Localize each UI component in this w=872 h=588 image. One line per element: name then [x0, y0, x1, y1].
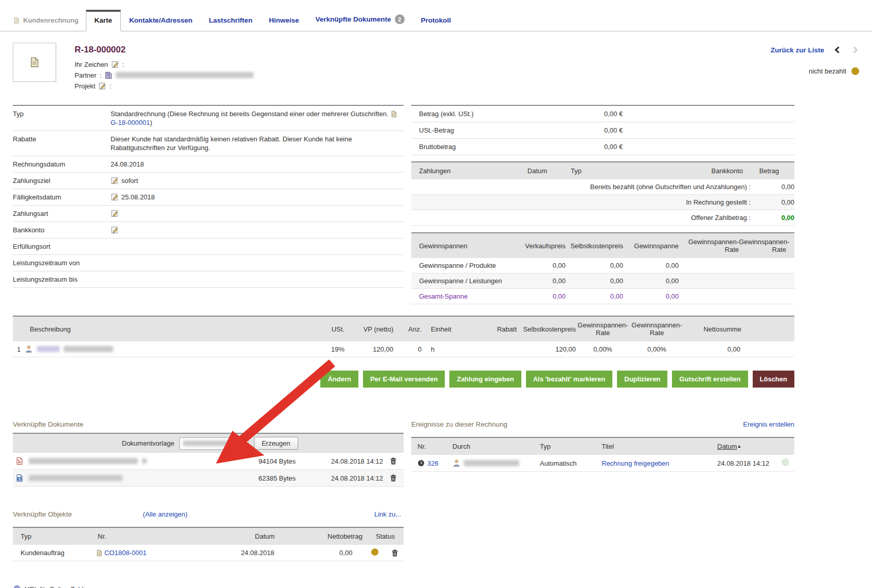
col-header: Typ: [571, 162, 638, 179]
event-type: Automatisch: [540, 456, 602, 471]
field-row-rechnungsdatum: Rechnungsdatum 24.08.2018: [13, 156, 404, 173]
event-number-link[interactable]: 326: [427, 460, 439, 467]
rechnungsdatum-value: 24.08.2018: [111, 160, 144, 169]
col-header: Typ: [540, 438, 602, 455]
tab-kontakte-adressen[interactable]: Kontakte/Adressen: [121, 10, 201, 31]
field-label: Rabatte: [13, 135, 111, 152]
amount-value: 0,00 €: [604, 126, 623, 134]
document-row: 94104 Bytes 24.08.2018 14:12: [13, 453, 404, 470]
faelligkeitsdatum-value: 25.08.2018: [121, 193, 155, 201]
next-record-icon[interactable]: [851, 46, 859, 54]
zahlungsziel-value: sofort: [121, 176, 138, 185]
document-row: 62385 Bytes 24.08.2018 14:12: [13, 470, 404, 487]
field-row-leistungszeitraum-von: Leistungszeitraum von: [13, 255, 404, 271]
loeschen-button[interactable]: Löschen: [753, 371, 794, 388]
duplizieren-button[interactable]: Duplizieren: [617, 371, 667, 388]
aendern-button[interactable]: Ändern: [320, 371, 358, 388]
item-code-redacted[interactable]: [37, 346, 60, 352]
word-file-icon: [15, 474, 24, 482]
payments-table: Zahlungen Datum Typ Bankkonto Betrag Ber…: [411, 161, 794, 226]
gutschrift-link[interactable]: G-18-000001: [111, 119, 150, 126]
line-item-row: 1 19% 120,00 0 h 120,00 0,00% 0,00% 0,00: [13, 341, 794, 357]
tab-bar: Kundenrechnung Karte Kontakte/Adressen L…: [0, 0, 872, 31]
edit-icon[interactable]: [111, 193, 119, 201]
invoice-details-panel: Typ Standardrechnung (Diese Rechnung ist…: [13, 105, 404, 304]
erzeugen-button[interactable]: Erzeugen: [254, 437, 298, 450]
field-row-rabatte: Rabatte Dieser Kunde hat standardmäßig k…: [13, 131, 404, 156]
globe-icon: [13, 585, 21, 588]
field-label: Bankkonto: [13, 226, 111, 234]
trash-icon[interactable]: [389, 474, 397, 482]
event-date: 24.08.2018 14:12: [717, 456, 776, 471]
col-header: Bankkonto: [638, 162, 743, 179]
gutschrift-erstellen-button[interactable]: Gutschrift erstellen: [672, 371, 748, 388]
template-label: Dokumentvorlage: [122, 439, 174, 447]
filename-redacted[interactable]: [29, 475, 122, 481]
margin-total-label: Gesamt-Spanne: [411, 289, 514, 304]
margins-table: Gewinnspannen Verkaufspreis Selbstkosten…: [411, 232, 794, 304]
col-header: Zahlungen: [411, 162, 504, 179]
ihr-zeichen-label: Ihr Zeichen: [75, 61, 108, 68]
back-to-list-link[interactable]: Zurück zur Liste: [771, 46, 824, 54]
edit-icon[interactable]: [111, 226, 119, 234]
col-header: Gewinnspannen-Rate: [739, 233, 790, 258]
trash-icon[interactable]: [391, 549, 399, 557]
email-versenden-button[interactable]: Per E-Mail versenden: [363, 371, 445, 388]
previous-record-icon[interactable]: [833, 46, 842, 54]
edit-icon[interactable]: [98, 82, 106, 90]
event-title-link[interactable]: Rechnung freigegeben: [602, 460, 669, 467]
colon: :: [100, 71, 102, 79]
col-header: Verkaufspreis: [514, 237, 566, 254]
object-status-dot: [371, 548, 378, 556]
open-amount-value: 0,00: [751, 210, 794, 225]
template-select[interactable]: ▼: [179, 437, 249, 450]
col-header: Betrag: [743, 162, 787, 179]
col-header: Datum: [504, 162, 571, 179]
field-row-erfuellungsort: Erfüllungsort: [13, 238, 404, 255]
object-net-amount: 0,00: [295, 545, 353, 560]
filename-redacted[interactable]: [29, 458, 138, 464]
linked-objects-title: Verknüpfte Objekte: [13, 510, 72, 518]
line-items-table: Beschreibung USt. VP (netto) Anz. Einhei…: [13, 316, 794, 357]
create-event-link[interactable]: Ereignis erstellen: [743, 420, 794, 428]
events-title: Ereignisse zu dieser Rechnung: [411, 420, 507, 428]
item-name-redacted[interactable]: [64, 346, 113, 352]
user-name-redacted[interactable]: [464, 460, 519, 466]
tab-hinweise[interactable]: Hinweise: [261, 10, 307, 31]
invoice-detail-page: Kundenrechnung Karte Kontakte/Adressen L…: [0, 0, 872, 588]
line-items-header-row: Beschreibung USt. VP (netto) Anz. Einhei…: [13, 316, 794, 341]
edit-icon[interactable]: [111, 60, 119, 68]
tab-verknuepfte-dokumente[interactable]: Verknüpfte Dokumente 2: [307, 8, 412, 31]
typ-suffix: ): [150, 119, 152, 126]
summary-label: Offener Zahlbetrag :: [411, 210, 751, 225]
col-header: Titel: [602, 438, 717, 455]
col-header: Gewinnspannen-Rate: [630, 317, 684, 341]
zahlung-eingeben-button[interactable]: Zahlung eingeben: [449, 371, 521, 388]
clock-icon: [417, 460, 425, 467]
als-bezahlt-markieren-button[interactable]: Als 'bezahlt' markieren: [526, 371, 613, 388]
tab-lastschriften[interactable]: Lastschriften: [201, 10, 261, 31]
events-section: Ereignisse zu dieser Rechnung Ereignis e…: [411, 420, 794, 588]
col-header: Nettosumme: [684, 321, 766, 338]
link-to-link[interactable]: Link zu...: [374, 510, 401, 518]
edit-icon[interactable]: [111, 209, 119, 217]
document-template-row: Dokumentvorlage ▼ Erzeugen: [13, 433, 404, 453]
tab-dokumente-label: Verknüpfte Dokumente: [315, 15, 391, 23]
chevron-down-icon: ▼: [238, 438, 248, 449]
tab-karte[interactable]: Karte: [86, 10, 121, 31]
edit-icon[interactable]: [111, 176, 119, 185]
doc-icon: [96, 549, 103, 557]
col-header: Einheit: [422, 321, 458, 338]
partner-name-redacted[interactable]: [116, 72, 253, 78]
object-type: Kundenauftrag: [13, 545, 96, 560]
tab-protokoll[interactable]: Protokoll: [413, 10, 460, 31]
credit-doc-icon: [390, 111, 397, 118]
object-number-link[interactable]: CO1808-0001: [104, 549, 147, 557]
col-header-datum[interactable]: Datum▲: [717, 438, 776, 455]
show-all-link[interactable]: (Alle anzeigen): [143, 510, 188, 518]
summary-label: In Rechnung gestellt :: [411, 195, 751, 210]
file-size: 94104 Bytes: [234, 457, 296, 465]
trash-icon[interactable]: [389, 457, 397, 465]
payments-summary-row-open: Offener Zahlbetrag : 0,00: [411, 210, 794, 226]
margins-header-row: Gewinnspannen Verkaufspreis Selbstkosten…: [411, 232, 794, 258]
